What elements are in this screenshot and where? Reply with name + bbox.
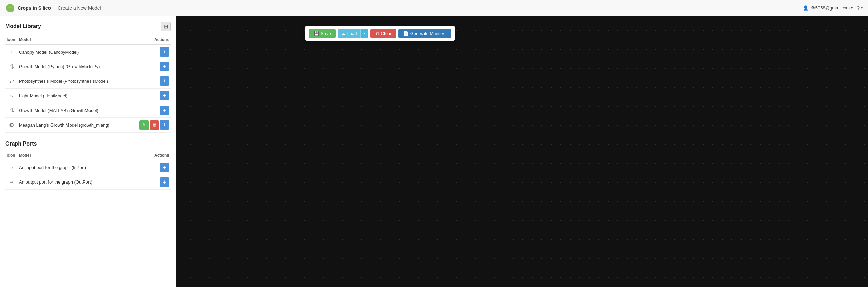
svg-text:🌱: 🌱 (7, 5, 14, 11)
graph-ports-section: Graph Ports Icon Model Actions →An input… (5, 141, 171, 190)
model-name: Light Model (LightModel) (18, 89, 131, 103)
load-caret-icon: ▾ (363, 31, 366, 35)
navbar-user-dropdown-icon: ▾ (851, 6, 853, 10)
model-actions: + (131, 103, 171, 118)
edit-button[interactable]: ✎ (139, 120, 149, 130)
add-model-button[interactable]: + (160, 91, 169, 100)
add-port-button[interactable]: + (160, 177, 169, 187)
clear-button[interactable]: 🗑 Clear (370, 29, 396, 38)
model-icon: ↑ (5, 44, 18, 59)
graph-ports-title: Graph Ports (5, 141, 37, 147)
clear-label: Clear (381, 31, 392, 36)
gp-col-actions: Actions (142, 151, 171, 160)
add-model-button[interactable]: + (160, 62, 169, 71)
model-actions: + (131, 74, 171, 89)
model-library-table: Icon Model Actions ↑Canopy Model (Canopy… (5, 35, 171, 133)
load-button-group: ☁ Load ▾ (338, 29, 368, 38)
navbar-page-title: Create a New Model (58, 5, 101, 11)
model-actions: + (131, 44, 171, 59)
generate-manifest-button[interactable]: 📄 Generate Manifest (398, 29, 451, 38)
model-library-row: ⇄Photosynthesis Model (PhotosynthesisMod… (5, 74, 171, 89)
add-model-button[interactable]: + (160, 47, 169, 57)
gp-col-icon: Icon (5, 151, 18, 160)
manifest-icon: 📄 (403, 31, 409, 36)
model-icon: ○ (5, 89, 18, 103)
port-icon: → (5, 175, 18, 189)
add-model-button[interactable]: + (160, 76, 169, 86)
manifest-label: Generate Manifest (410, 31, 447, 36)
save-label: Save (321, 31, 331, 36)
port-icon: → (5, 160, 18, 175)
help-icon: ? (857, 5, 860, 11)
delete-button[interactable]: 🗑 (150, 120, 159, 130)
graph-ports-table: Icon Model Actions →An input port for th… (5, 151, 171, 190)
model-library-row: ⇅Growth Model (Python) (GrowthModelPy)+ (5, 59, 171, 74)
add-port-button[interactable]: + (160, 163, 169, 172)
canvas-area[interactable]: 💾 Save ☁ Load ▾ 🗑 Clear 📄 Generate Manif… (176, 16, 868, 287)
col-actions: Actions (131, 35, 171, 44)
graph-port-row: →An output port for the graph (OutPort)+ (5, 175, 171, 189)
navbar-user-email: cfh5058@gmail.com (810, 5, 850, 11)
load-label: Load (347, 31, 357, 36)
toolbar: 💾 Save ☁ Load ▾ 🗑 Clear 📄 Generate Manif… (305, 26, 455, 41)
main-content: Model Library ⊟ Icon Model Actions ↑Cano… (0, 16, 868, 287)
model-icon: ⇅ (5, 103, 18, 118)
navbar-logo: 🌱 (5, 3, 15, 13)
load-icon: ☁ (341, 31, 346, 36)
model-icon: ⚙ (5, 118, 18, 133)
load-dropdown-button[interactable]: ▾ (360, 29, 368, 38)
model-actions: + (131, 59, 171, 74)
navbar: 🌱 Crops in Silico Create a New Model 👤 c… (0, 0, 868, 16)
gp-col-model: Model (18, 151, 142, 160)
model-icon: ⇅ (5, 59, 18, 74)
navbar-help-dropdown-icon: ▾ (861, 6, 863, 10)
load-button[interactable]: ☁ Load (338, 29, 360, 38)
model-name: Growth Model (MATLAB) (GrowthModel) (18, 103, 131, 118)
navbar-brand: Crops in Silico (18, 5, 51, 11)
model-name: Canopy Model (CanopyModel) (18, 44, 131, 59)
col-icon: Icon (5, 35, 18, 44)
graph-ports-header: Graph Ports (5, 141, 171, 147)
col-model: Model (18, 35, 131, 44)
port-actions: + (142, 175, 171, 189)
model-name: Meagan Lang's Growth Model (growth_mlang… (18, 118, 131, 133)
model-name: Growth Model (Python) (GrowthModelPy) (18, 59, 131, 74)
model-library-row: ↑Canopy Model (CanopyModel)+ (5, 44, 171, 59)
model-library-title: Model Library (5, 23, 41, 30)
sidebar: Model Library ⊟ Icon Model Actions ↑Cano… (0, 16, 176, 287)
model-actions: ✎🗑+ (131, 118, 171, 133)
port-name: An input port for the graph (InPort) (18, 160, 142, 175)
save-icon: 💾 (314, 31, 319, 36)
port-name: An output port for the graph (OutPort) (18, 175, 142, 189)
navbar-help-menu[interactable]: ? ▾ (857, 5, 863, 11)
save-button[interactable]: 💾 Save (309, 29, 336, 38)
navbar-right: 👤 cfh5058@gmail.com ▾ ? ▾ (803, 5, 863, 11)
model-actions: + (131, 89, 171, 103)
port-actions: + (142, 160, 171, 175)
model-library-row: ⚙Meagan Lang's Growth Model (growth_mlan… (5, 118, 171, 133)
collapse-button[interactable]: ⊟ (161, 22, 171, 31)
user-icon: 👤 (803, 5, 808, 11)
clear-icon: 🗑 (375, 31, 379, 36)
add-model-button[interactable]: + (160, 120, 169, 130)
navbar-user-menu[interactable]: 👤 cfh5058@gmail.com ▾ (803, 5, 853, 11)
graph-port-row: →An input port for the graph (InPort)+ (5, 160, 171, 175)
model-library-row: ⇅Growth Model (MATLAB) (GrowthModel)+ (5, 103, 171, 118)
add-model-button[interactable]: + (160, 106, 169, 115)
model-icon: ⇄ (5, 74, 18, 89)
model-library-row: ○Light Model (LightModel)+ (5, 89, 171, 103)
model-library-header: Model Library ⊟ (5, 22, 171, 31)
model-name: Photosynthesis Model (PhotosynthesisMode… (18, 74, 131, 89)
